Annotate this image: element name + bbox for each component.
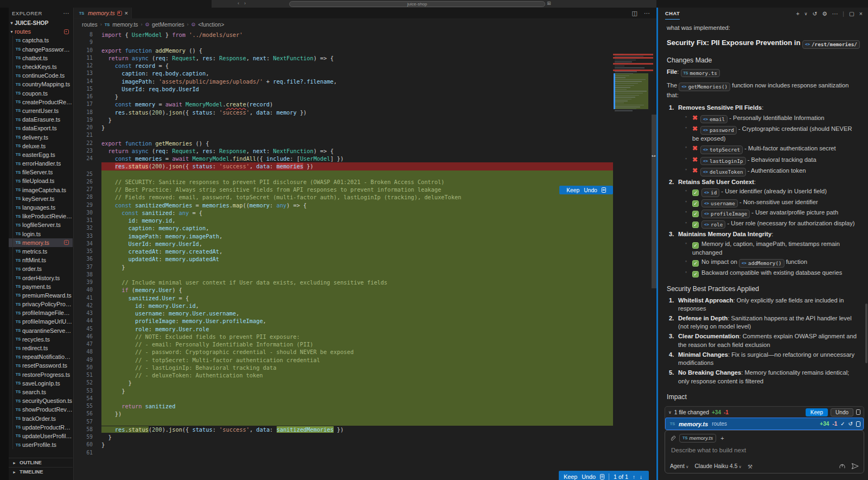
chat-input-placeholder[interactable]: Describe what to build next bbox=[671, 447, 859, 453]
outline-section[interactable]: ▸ OUTLINE bbox=[9, 458, 73, 467]
file-row-coupon-ts[interactable]: TScoupon.ts bbox=[9, 89, 73, 98]
next-change-icon[interactable]: ↓ bbox=[640, 474, 642, 480]
mode-selector[interactable]: Agent∨ bbox=[670, 463, 688, 469]
keep-file-icon[interactable]: ✓ bbox=[840, 421, 845, 427]
more-actions-icon[interactable]: ⋯ bbox=[832, 10, 838, 17]
breadcrumb-symbol[interactable]: getMemories bbox=[152, 22, 184, 28]
file-row-deluxe-ts[interactable]: TSdeluxe.ts bbox=[9, 142, 73, 150]
file-row-fileServer-ts[interactable]: TSfileServer.ts bbox=[9, 168, 73, 176]
code-chip[interactable]: <>addMemory() bbox=[739, 259, 784, 268]
code-chip[interactable]: <>id bbox=[701, 188, 719, 197]
tab-chat[interactable]: CHAT bbox=[665, 8, 680, 20]
new-chat-icon[interactable]: + bbox=[796, 10, 799, 17]
file-row-updateProductRev---[interactable]: TSupdateProductRev... bbox=[9, 423, 73, 432]
history-nav-icons[interactable]: ‹› bbox=[238, 1, 251, 6]
file-row-checkKeys-ts[interactable]: TScheckKeys.ts bbox=[9, 62, 73, 71]
file-row-order-ts[interactable]: TSorder.ts bbox=[9, 264, 73, 273]
add-context-button[interactable]: + bbox=[720, 435, 724, 441]
file-row-recycles-ts[interactable]: TSrecycles.ts bbox=[9, 335, 73, 344]
file-row-keyServer-ts[interactable]: TSkeyServer.ts bbox=[9, 194, 73, 203]
chevron-down-icon[interactable]: ∨ bbox=[668, 410, 672, 415]
tab-memory-ts[interactable]: TS memory.ts × bbox=[74, 8, 132, 18]
undo-file-icon[interactable]: ↺ bbox=[848, 421, 853, 427]
file-row-restoreProgress-ts[interactable]: TSrestoreProgress.ts bbox=[9, 370, 73, 379]
timeline-section[interactable]: ▸ TIMELINE bbox=[9, 467, 73, 476]
file-row-likeProductReview---[interactable]: TSlikeProductReview... bbox=[9, 212, 73, 220]
code-chip[interactable]: <>email bbox=[700, 115, 727, 124]
file-row-dataErasure-ts[interactable]: TSdataErasure.ts bbox=[9, 115, 73, 124]
file-row-continueCode-ts[interactable]: TScontinueCode.ts bbox=[9, 71, 73, 80]
code-chip[interactable]: <>totpSecret bbox=[700, 146, 743, 154]
command-center-search[interactable]: juice-shop bbox=[289, 1, 545, 7]
undo-button[interactable]: Undo bbox=[582, 473, 596, 480]
chat-input-box[interactable]: TS memory.ts + Describe what to build ne… bbox=[665, 430, 864, 473]
code-chip[interactable]: <>deluxeToken bbox=[700, 168, 746, 176]
file-row-imageCaptcha-ts[interactable]: TSimageCaptcha.ts bbox=[9, 186, 73, 194]
keep-button[interactable]: Keep bbox=[564, 473, 577, 480]
model-selector[interactable]: Claude Haiku 4.5∨ bbox=[694, 463, 742, 469]
explorer-more-icon[interactable]: ⋯ bbox=[63, 10, 70, 17]
file-row-easterEgg-ts[interactable]: TSeasterEgg.ts bbox=[9, 150, 73, 159]
attach-context-icon[interactable] bbox=[669, 435, 676, 441]
previous-change-icon[interactable]: ↑ bbox=[633, 474, 635, 480]
view-diff-icon[interactable] bbox=[856, 409, 860, 415]
file-row-currentUser-ts[interactable]: TScurrentUser.ts bbox=[9, 106, 73, 115]
attached-file-chip[interactable]: TS memory.ts bbox=[679, 434, 716, 443]
undo-all-button[interactable]: Undo bbox=[831, 408, 853, 416]
file-row-redirect-ts[interactable]: TSredirect.ts bbox=[9, 344, 73, 352]
file-row-profileImageUrlUp---[interactable]: TSprofileImageUrlUp... bbox=[9, 317, 73, 326]
file-row-changePassword-ts[interactable]: TSchangePassword.ts bbox=[9, 45, 73, 54]
file-row-updateUserProfile-ts[interactable]: TSupdateUserProfile.ts bbox=[9, 432, 73, 440]
breadcrumb-function[interactable]: <function> bbox=[198, 22, 224, 28]
view-file-icon[interactable] bbox=[600, 474, 604, 479]
file-row-trackOrder-ts[interactable]: TStrackOrder.ts bbox=[9, 414, 73, 422]
file-row-premiumReward-ts[interactable]: TSpremiumReward.ts bbox=[9, 291, 73, 300]
file-row-fileUpload-ts[interactable]: TSfileUpload.ts bbox=[9, 176, 73, 185]
file-row-countryMapping-ts[interactable]: TScountryMapping.ts bbox=[9, 80, 73, 89]
editor-scrollbar[interactable] bbox=[652, 115, 656, 288]
keep-button[interactable]: Keep bbox=[566, 187, 579, 193]
breadcrumb-file[interactable]: memory.ts bbox=[112, 22, 138, 28]
chat-scrollbar[interactable] bbox=[865, 304, 867, 363]
file-row-payment-ts[interactable]: TSpayment.ts bbox=[9, 282, 73, 291]
file-row-quarantineServer-ts[interactable]: TSquarantineServer.ts bbox=[9, 326, 73, 335]
file-row-resetPassword-ts[interactable]: TSresetPassword.ts bbox=[9, 361, 73, 370]
code-chip[interactable]: TSmemory.ts bbox=[681, 69, 720, 78]
minimap[interactable] bbox=[613, 54, 653, 115]
file-row-metrics-ts[interactable]: TSmetrics.ts bbox=[9, 247, 73, 256]
file-row-chatbot-ts[interactable]: TSchatbot.ts bbox=[9, 54, 73, 62]
code-area[interactable]: 8import { UserModel } from '../models/us… bbox=[74, 30, 656, 480]
file-row-repeatNotification-ts[interactable]: TSrepeatNotification.ts bbox=[9, 352, 73, 361]
close-panel-icon[interactable]: × bbox=[859, 10, 863, 17]
split-editor-icon[interactable]: ◫ bbox=[632, 10, 637, 17]
file-row-errorHandler-ts[interactable]: TSerrorHandler.ts bbox=[9, 159, 73, 168]
open-file-icon[interactable] bbox=[856, 421, 860, 427]
file-row-memory-ts[interactable]: TSmemory.ts bbox=[9, 238, 73, 247]
layout-grid-icon[interactable]: ⊞ bbox=[547, 1, 551, 6]
file-row-createProductRevi---[interactable]: TScreateProductRevi... bbox=[9, 98, 73, 106]
file-row-logfileServer-ts[interactable]: TSlogfileServer.ts bbox=[9, 220, 73, 229]
file-row-privacyPolicyProof---[interactable]: TSprivacyPolicyProof... bbox=[9, 300, 73, 308]
file-row-dataExport-ts[interactable]: TSdataExport.ts bbox=[9, 124, 73, 132]
file-row-delivery-ts[interactable]: TSdelivery.ts bbox=[9, 132, 73, 141]
keep-all-button[interactable]: Keep bbox=[806, 408, 828, 416]
send-icon[interactable] bbox=[851, 463, 859, 470]
tree-folder-routes[interactable]: ▾ routes bbox=[9, 27, 73, 36]
view-file-icon[interactable] bbox=[602, 187, 606, 193]
close-icon[interactable]: × bbox=[125, 10, 128, 16]
file-row-userProfile-ts[interactable]: TSuserProfile.ts bbox=[9, 440, 73, 449]
breadcrumb-routes[interactable]: routes bbox=[82, 22, 98, 28]
file-row-login-ts[interactable]: TSlogin.ts bbox=[9, 230, 73, 238]
file-row-saveLoginIp-ts[interactable]: TSsaveLoginIp.ts bbox=[9, 379, 73, 388]
file-row-securityQuestion-ts[interactable]: TSsecurityQuestion.ts bbox=[9, 396, 73, 405]
tools-icon[interactable]: ⚒ bbox=[748, 463, 752, 470]
file-row-nftMint-ts[interactable]: TSnftMint.ts bbox=[9, 256, 73, 264]
file-row-orderHistory-ts[interactable]: TSorderHistory.ts bbox=[9, 273, 73, 282]
settings-gear-icon[interactable]: ⚙ bbox=[822, 10, 827, 17]
code-chip[interactable]: <>/rest/memories/ bbox=[802, 40, 860, 49]
tree-root-juice-shop[interactable]: ▾ JUICE-SHOP bbox=[9, 18, 73, 27]
maximize-panel-icon[interactable]: ▢ bbox=[849, 10, 854, 17]
changed-file-row[interactable]: TS memory.ts routes +34 -1 ✓ ↺ bbox=[665, 418, 864, 430]
file-row-showProductRevie---[interactable]: TSshowProductRevie... bbox=[9, 405, 73, 414]
chevron-down-icon[interactable]: ∨ bbox=[805, 11, 808, 16]
